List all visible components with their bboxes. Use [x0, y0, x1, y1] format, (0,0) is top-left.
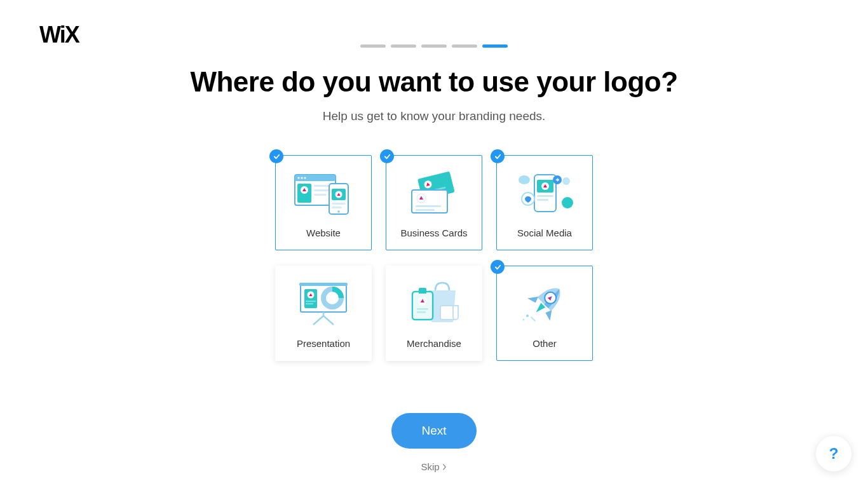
svg-point-4	[304, 177, 306, 179]
progress-step-2	[391, 44, 416, 48]
option-card-social-media[interactable]: Social Media	[496, 155, 593, 250]
svg-rect-46	[419, 288, 426, 294]
progress-step-3	[421, 44, 447, 48]
svg-rect-22	[416, 205, 441, 207]
presentation-icon	[276, 266, 371, 334]
svg-rect-31	[537, 199, 548, 201]
skip-label: Skip	[421, 461, 439, 472]
option-card-other[interactable]: Other	[496, 266, 593, 361]
svg-point-15	[337, 210, 340, 213]
option-grid: Website Business Cards	[275, 155, 593, 361]
rocket-icon	[497, 266, 592, 334]
checkmark-icon	[380, 149, 394, 163]
svg-rect-23	[416, 209, 435, 211]
progress-indicator	[360, 44, 508, 48]
svg-point-52	[526, 315, 529, 317]
svg-point-3	[301, 177, 302, 179]
page-subtitle: Help us get to know your branding needs.	[0, 109, 868, 123]
svg-point-2	[297, 177, 299, 179]
svg-rect-49	[417, 308, 428, 310]
page-title: Where do you want to use your logo?	[0, 66, 868, 98]
svg-rect-30	[537, 195, 553, 197]
option-label: Business Cards	[400, 227, 467, 238]
option-label: Website	[306, 227, 341, 238]
svg-rect-14	[332, 207, 342, 208]
checkmark-icon	[269, 149, 283, 163]
business-cards-icon	[386, 156, 482, 224]
progress-step-4	[452, 44, 477, 48]
merchandise-icon	[386, 266, 482, 334]
social-media-icon	[497, 156, 592, 224]
svg-rect-39	[306, 303, 313, 304]
svg-line-43	[323, 316, 334, 325]
next-button[interactable]: Next	[391, 413, 477, 449]
website-icon	[276, 156, 371, 224]
checkmark-icon	[491, 260, 505, 274]
svg-point-24	[519, 175, 530, 184]
svg-rect-9	[314, 194, 327, 196]
option-card-website[interactable]: Website	[275, 155, 372, 250]
option-label: Social Media	[517, 227, 572, 238]
chevron-right-icon	[442, 464, 447, 470]
checkmark-icon	[491, 149, 505, 163]
svg-rect-50	[417, 311, 426, 313]
option-card-presentation[interactable]: Presentation	[275, 266, 372, 361]
option-label: Other	[532, 338, 557, 349]
svg-rect-38	[306, 301, 316, 302]
svg-rect-35	[299, 283, 348, 286]
option-label: Presentation	[297, 338, 350, 349]
svg-rect-54	[531, 316, 536, 321]
svg-point-25	[562, 177, 570, 185]
skip-link[interactable]: Skip	[421, 461, 447, 472]
svg-point-53	[523, 318, 525, 320]
svg-rect-13	[332, 203, 346, 205]
option-label: Merchandise	[407, 338, 461, 349]
option-card-merchandise[interactable]: Merchandise	[386, 266, 482, 361]
svg-line-42	[313, 316, 323, 325]
wix-logo: WiX	[39, 22, 79, 48]
help-button[interactable]: ?	[816, 436, 851, 471]
progress-step-5	[482, 44, 508, 48]
option-card-business-cards[interactable]: Business Cards	[386, 155, 482, 250]
progress-step-1	[360, 44, 386, 48]
